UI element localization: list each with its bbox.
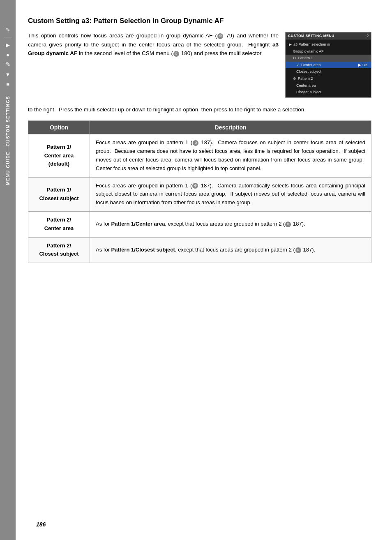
ref-icon-1: ⚙: [217, 33, 223, 39]
ref-icon-5: ⚙: [285, 222, 291, 227]
table-row: Pattern 2/Closest subject As for Pattern…: [28, 237, 371, 263]
options-table: Option Description Pattern 1/Center area…: [28, 120, 371, 263]
intro-area: This option controls how focus areas are…: [28, 31, 371, 98]
menu-icon: ≡: [3, 79, 13, 89]
sidebar-label: Menu Guide—Custom Settings: [5, 96, 10, 185]
play-icon: ▶: [3, 40, 13, 50]
main-content: Custom Setting a3: Pattern Selection in …: [16, 0, 392, 540]
camera-menu-header: CUSTOM SETTING MENU ?: [286, 32, 371, 39]
down-icon: ▼: [3, 69, 13, 79]
camera-menu-body: ▶a3 Pattern selection in Group dynamic A…: [286, 39, 371, 97]
table-row: Pattern 2/Center area As for Pattern 1/C…: [28, 212, 371, 238]
table-row: Pattern 1/Closest subject Focus areas ar…: [28, 177, 371, 211]
menu-row-4: ✓Center area▶ OK: [286, 62, 371, 69]
camera-menu-title: CUSTOM SETTING MENU: [288, 34, 334, 38]
ref-icon-6: ⚙: [295, 247, 301, 253]
menu-row-3: ⊙Pattern 1: [286, 55, 371, 62]
circle-icon: ●: [3, 50, 13, 60]
option-cell-2: Pattern 1/Closest subject: [28, 177, 90, 211]
pencil-icon-2: ✎: [3, 60, 13, 69]
desc-cell-1: Focus areas are grouped in pattern 1 (⚙ …: [90, 134, 371, 177]
desc-cell-4: As for Pattern 1/Closest subject, except…: [90, 237, 371, 263]
camera-menu-icon: ?: [367, 34, 369, 38]
continuation-text: to the right. Press the multi selector u…: [28, 105, 371, 114]
col-header-option: Option: [28, 121, 90, 134]
pencil-icon: ✎: [3, 25, 13, 35]
section-heading: Custom Setting a3: Pattern Selection in …: [28, 16, 371, 25]
menu-row-5: Closest subject: [286, 68, 371, 75]
col-header-description: Description: [90, 121, 371, 134]
table-row: Pattern 1/Center area(default) Focus are…: [28, 134, 371, 177]
menu-row-2: Group dynamic AF: [286, 48, 371, 55]
page: ✎ ▶ ● ✎ ▼ ≡ Menu Guide—Custom Settings C…: [0, 0, 392, 540]
option-cell-1: Pattern 1/Center area(default): [28, 134, 90, 177]
menu-row-7: Center area: [286, 82, 371, 89]
menu-row-1: ▶a3 Pattern selection in: [286, 41, 371, 48]
ref-icon-2: ⚙: [173, 51, 179, 57]
desc-cell-2: Focus areas are grouped in pattern 1 (⚙ …: [90, 177, 371, 211]
menu-row-6: ⊙Pattern 2: [286, 75, 371, 82]
desc-cell-3: As for Pattern 1/Center area, except tha…: [90, 212, 371, 238]
option-cell-4: Pattern 2/Closest subject: [28, 237, 90, 263]
ref-icon-4: ⚙: [192, 183, 198, 189]
sidebar: ✎ ▶ ● ✎ ▼ ≡ Menu Guide—Custom Settings: [0, 0, 16, 540]
option-cell-3: Pattern 2/Center area: [28, 212, 90, 238]
menu-row-8: Closest subject: [286, 89, 371, 96]
intro-paragraph: This option controls how focus areas are…: [28, 31, 279, 58]
camera-menu-screenshot: CUSTOM SETTING MENU ? ▶a3 Pattern select…: [285, 32, 371, 98]
ref-icon-3: ⚙: [193, 140, 198, 146]
page-number: 186: [36, 521, 46, 528]
intro-text-block: This option controls how focus areas are…: [28, 31, 279, 58]
